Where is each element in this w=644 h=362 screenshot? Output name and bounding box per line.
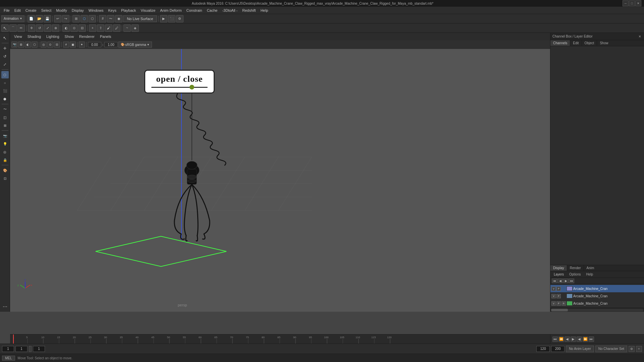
joint-sel-btn[interactable]: ⬢ xyxy=(1,95,9,103)
mel-tab[interactable]: MEL xyxy=(2,356,15,361)
viewport-menu-shading[interactable]: Shading xyxy=(25,34,44,39)
timeline-bar[interactable]: 1 5 10 15 20 25 30 35 40 45 50 55 60 xyxy=(10,334,550,344)
tab-render[interactable]: Render xyxy=(567,265,584,271)
anim-curve-btn[interactable]: ~ xyxy=(123,24,131,32)
no-live-surface-btn[interactable]: No Live Surface xyxy=(123,15,157,22)
lock-tool[interactable]: 🔒 xyxy=(1,156,9,164)
tab-channels[interactable]: Channels xyxy=(550,40,570,46)
subdiv-sel-btn[interactable]: ⬛ xyxy=(1,87,9,95)
menu-help[interactable]: Help xyxy=(258,8,271,13)
transport-next-key-btn[interactable]: ⏩ xyxy=(583,337,588,342)
transport-prev-key-btn[interactable]: ⏪ xyxy=(558,337,564,342)
move-tool[interactable]: ✛ xyxy=(1,45,9,52)
move-tool-btn[interactable]: ✛ xyxy=(28,24,35,32)
layer3-p-btn[interactable]: P xyxy=(556,301,561,306)
menu-keys[interactable]: Keys xyxy=(106,8,118,13)
palette-tool[interactable]: 🎨 xyxy=(1,167,9,174)
obj-mode-btn[interactable]: ⬡ xyxy=(80,15,88,22)
anim-end-input[interactable] xyxy=(551,346,565,352)
animation-mode-dropdown[interactable]: Animation▼ xyxy=(1,15,24,22)
nav-last-btn[interactable]: ⏭ xyxy=(569,279,574,283)
soft-mod-btn[interactable]: ◐ xyxy=(62,24,70,32)
scale-tool[interactable]: ⤢ xyxy=(1,61,9,68)
vt-iso-btn[interactable]: ⊙ xyxy=(47,42,53,48)
menu-create[interactable]: Create xyxy=(23,8,39,13)
poly-sel-btn[interactable]: ⬡ xyxy=(1,71,9,78)
viewport-menu-show[interactable]: Show xyxy=(62,34,77,39)
nurbs-sel-btn[interactable]: ○ xyxy=(1,79,9,86)
light-tool[interactable]: 💡 xyxy=(1,140,9,147)
tab-edit[interactable]: Edit xyxy=(570,40,582,46)
surface-tool[interactable]: ◫ xyxy=(1,114,9,121)
snap-curve-btn[interactable]: 〜 xyxy=(107,15,114,22)
char-set-add-btn[interactable]: + xyxy=(636,346,642,352)
deform-tool[interactable]: ⊞ xyxy=(1,122,9,129)
vt-light-btn[interactable]: ✦ xyxy=(79,42,85,48)
vt-cam-btn[interactable]: 📷 xyxy=(11,42,17,48)
nav-next-btn[interactable]: ▶ xyxy=(563,279,569,283)
camera-tool[interactable]: 📷 xyxy=(1,132,9,139)
create-poly-btn[interactable]: + xyxy=(89,24,96,32)
nav-first-btn[interactable]: ⏮ xyxy=(552,279,557,283)
snap-grid-btn[interactable]: # xyxy=(99,15,106,22)
subtab-options[interactable]: Options xyxy=(567,272,583,277)
transport-prev-btn[interactable]: ◀ xyxy=(565,337,570,342)
menu-display[interactable]: Display xyxy=(69,8,86,13)
range-end-input[interactable] xyxy=(536,346,550,352)
menu-3dtoall[interactable]: -3DtoAll - xyxy=(220,8,240,13)
paint-skin-btn[interactable]: 🖊 xyxy=(113,24,120,32)
menu-edit[interactable]: Edit xyxy=(12,8,23,13)
render-settings-btn[interactable]: ⚙ xyxy=(176,15,183,22)
restore-btn[interactable]: □ xyxy=(629,0,635,6)
comp-mode-btn[interactable]: ⬡ xyxy=(89,15,96,22)
subtab-help[interactable]: Help xyxy=(584,272,595,277)
redo-btn[interactable]: ↪ xyxy=(62,15,69,22)
transport-last-btn[interactable]: ⏭ xyxy=(589,337,594,342)
xray-tool[interactable]: ◎ xyxy=(1,148,9,156)
menu-playback[interactable]: Playback xyxy=(119,8,139,13)
layer-row-3[interactable]: V P R Arcade_Machine_Cran xyxy=(550,300,644,307)
tab-object[interactable]: Object xyxy=(582,40,597,46)
menu-redshift[interactable]: Redshift xyxy=(240,8,258,13)
tab-anim[interactable]: Anim xyxy=(584,265,597,271)
close-btn[interactable]: ✕ xyxy=(635,0,641,6)
vt-time-input2[interactable]: 1.00 xyxy=(104,42,118,47)
oc-slider-track[interactable] xyxy=(151,87,208,88)
undo-btn[interactable]: ↩ xyxy=(54,15,61,22)
render-btn[interactable]: ▶ xyxy=(160,15,167,22)
anim-layer-dropdown[interactable]: No Anim Layer xyxy=(566,346,594,352)
layer1-v-btn[interactable]: V xyxy=(551,287,556,291)
right-panel-scrollbar[interactable] xyxy=(550,308,644,312)
lasso-tool-btn[interactable]: ⌒ xyxy=(9,24,17,32)
scroll-thumb[interactable] xyxy=(551,309,568,311)
layer3-v-btn[interactable]: V xyxy=(551,301,556,306)
save-btn[interactable]: 💾 xyxy=(44,15,51,22)
snap-point-btn[interactable]: ◉ xyxy=(115,15,122,22)
vt-wire-btn[interactable]: ⬡ xyxy=(32,42,38,48)
layer3-r-btn[interactable]: R xyxy=(561,301,566,306)
universal-tool-btn[interactable]: ⊕ xyxy=(52,24,59,32)
rotate-tool[interactable]: ↺ xyxy=(1,53,9,60)
menu-windows[interactable]: Windows xyxy=(86,8,106,13)
right-panel-close[interactable]: × xyxy=(638,34,642,39)
nav-prev-btn[interactable]: ◀ xyxy=(557,279,563,283)
menu-select[interactable]: Select xyxy=(39,8,54,13)
current-frame-input[interactable] xyxy=(2,346,14,352)
snap-align-btn[interactable]: ⊟ xyxy=(78,24,86,32)
render-seq-btn[interactable]: ⬛ xyxy=(168,15,175,22)
tab-show[interactable]: Show xyxy=(597,40,611,46)
subtab-layers[interactable]: Layers xyxy=(552,272,566,277)
frame-num-input[interactable] xyxy=(33,346,45,352)
open-close-widget[interactable]: open / close xyxy=(144,70,215,94)
menu-modify[interactable]: Modify xyxy=(54,8,69,13)
paint-sel-btn[interactable]: ✏ xyxy=(17,24,25,32)
tab-display[interactable]: Display xyxy=(550,265,567,271)
transport-first-btn[interactable]: ⏮ xyxy=(552,337,558,342)
layer2-v-btn[interactable]: V xyxy=(551,294,556,298)
menu-anim-deform[interactable]: Anim Deform xyxy=(158,8,184,13)
vt-shade-btn[interactable]: ◐ xyxy=(25,42,31,48)
vt-xray-btn[interactable]: ◎ xyxy=(41,42,47,48)
select-tool[interactable]: ↖ xyxy=(1,34,9,42)
open-btn[interactable]: 📂 xyxy=(36,15,43,22)
vt-res-btn[interactable]: ▣ xyxy=(70,42,76,48)
